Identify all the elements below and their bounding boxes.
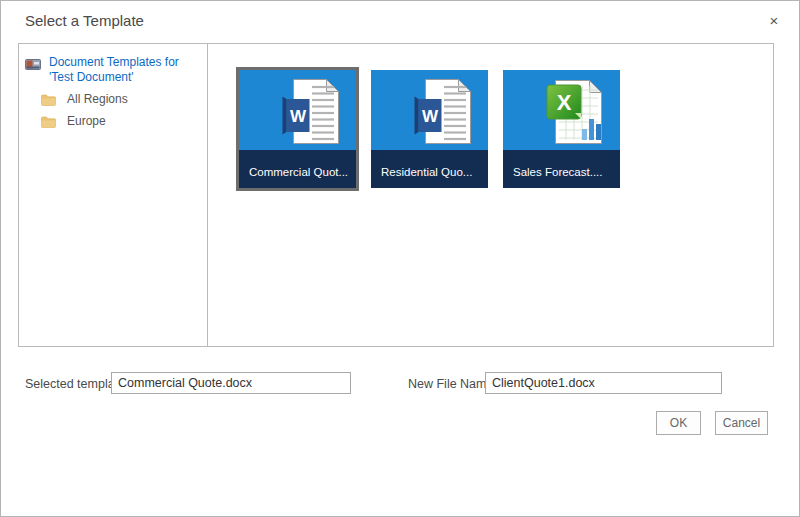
template-tile-label: Residential Quo...: [371, 150, 488, 188]
tree-item-europe[interactable]: Europe: [19, 114, 207, 129]
tree-item-label: Europe: [67, 114, 106, 129]
tree-item-all-regions[interactable]: All Regions: [19, 92, 207, 107]
template-tile-label: Sales Forecast....: [503, 150, 620, 188]
library-icon: [25, 57, 41, 70]
panels-container: Document Templates for 'Test Document' A…: [18, 43, 774, 347]
svg-text:W: W: [289, 107, 306, 126]
dialog-title: Select a Template: [25, 12, 144, 29]
word-file-icon: W: [414, 78, 472, 146]
cancel-button[interactable]: Cancel: [715, 411, 768, 435]
template-tile[interactable]: W Commercial Quot...: [236, 67, 359, 191]
svg-text:X: X: [556, 90, 571, 115]
template-tile-label: Commercial Quot...: [239, 150, 356, 188]
template-tree-panel: Document Templates for 'Test Document' A…: [19, 44, 208, 346]
template-tile[interactable]: W Residential Quo...: [371, 70, 488, 188]
svg-text:W: W: [421, 107, 438, 126]
new-file-name-label: New File Name:: [408, 377, 497, 391]
template-list: W Commercial Quot...: [208, 44, 773, 346]
excel-file-icon: X: [546, 78, 604, 146]
close-icon[interactable]: ×: [763, 9, 785, 31]
new-file-name-input[interactable]: [485, 372, 722, 394]
folder-icon: [41, 94, 56, 106]
folder-icon: [41, 116, 56, 128]
word-file-icon: W: [282, 78, 340, 146]
selected-template-input[interactable]: [111, 372, 351, 394]
tree-item-label: All Regions: [67, 92, 128, 107]
tree-root-node[interactable]: Document Templates for 'Test Document': [19, 55, 207, 85]
ok-button[interactable]: OK: [656, 411, 701, 435]
template-tile[interactable]: X Sales Forecast....: [503, 70, 620, 188]
tree-root-label: Document Templates for 'Test Document': [49, 55, 187, 85]
select-template-dialog: Select a Template × Document Templates f…: [0, 0, 800, 517]
